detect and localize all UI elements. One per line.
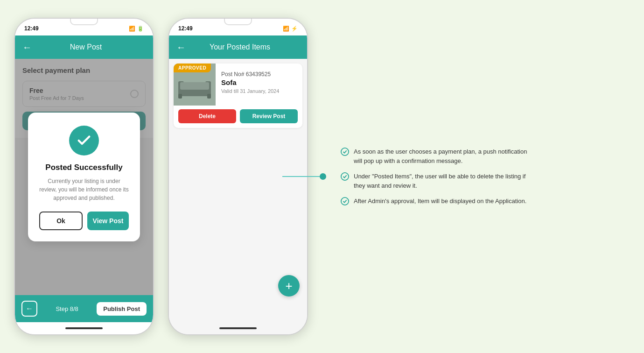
publish-post-button[interactable]: Publish Post [97,302,147,316]
phone1-status-icons: 📶 🔋 [129,26,144,32]
approved-badge: APPROVED [174,64,211,72]
svg-rect-6 [207,94,211,99]
phone-frame-1: 12:49 📶 🔋 ← New Post Select payment plan [14,18,154,335]
item-actions: Delete Review Post [174,106,302,128]
annotation-panel: As soon as the user chooses a payment pl… [322,147,537,206]
phone1-time: 12:49 [24,25,39,32]
svg-rect-5 [178,94,182,99]
phone2-back-button[interactable]: ← [176,42,186,53]
phone1-header-title: New Post [37,43,134,51]
phone2-status-icons: 📶 ⚡ [283,26,298,32]
svg-rect-4 [180,82,209,90]
annotation-item-3: After Admin's approval, Item will be dis… [341,197,537,206]
annotation-text-1: As soon as the user chooses a payment pl… [354,147,537,165]
modal-overlay: Posted Successfully Currently your listi… [15,59,153,295]
svg-point-8 [341,173,349,180]
check-icon-2 [341,172,349,181]
item-details: Post No# 63439525 Sofa Valid till 31 Jan… [216,64,302,106]
annotation-item-1: As soon as the user chooses a payment pl… [341,147,537,165]
svg-point-7 [341,148,349,155]
phone2-header-title: Your Posted Items [191,43,288,51]
annotation-content: As soon as the user chooses a payment pl… [341,147,537,206]
check-icon-3 [341,197,349,205]
annotation-text-2: Under "Posted Items", the user will be a… [354,172,537,190]
fab-add-button[interactable]: + [278,275,300,297]
phone1-header: ← New Post [15,35,153,59]
annotation-item-2: Under "Posted Items", the user will be a… [341,172,537,190]
phone2-time: 12:49 [178,25,193,32]
phone1-back-button[interactable]: ← [22,42,32,53]
bottom-back-button[interactable]: ← [21,301,37,317]
review-post-button[interactable]: Review Post [240,109,298,123]
svg-point-9 [341,198,349,205]
modal-body: Currently your listing is under review, … [39,177,129,202]
check-icon-1 [341,148,349,156]
modal-title: Posted Successfully [39,163,129,172]
annotation-text-3: After Admin's approval, Item will be dis… [354,197,526,206]
home-indicator-2 [169,322,307,334]
success-modal: Posted Successfully Currently your listi… [28,113,140,241]
ok-button[interactable]: Ok [39,212,83,230]
modal-buttons: Ok View Post [39,212,129,230]
item-valid: Valid till 31 January, 2024 [221,88,297,94]
delete-button[interactable]: Delete [178,109,236,123]
phone1-bottom-bar: ← Step 8/8 Publish Post [15,295,153,322]
item-card: APPROVED [174,64,302,128]
item-post-no: Post No# 63439525 [221,71,297,78]
phone2-header: ← Your Posted Items [169,35,307,59]
view-post-button[interactable]: View Post [87,212,129,230]
item-name: Sofa [221,78,297,86]
step-indicator: Step 8/8 [56,305,78,312]
success-icon [69,126,99,155]
home-indicator-1 [15,322,153,334]
